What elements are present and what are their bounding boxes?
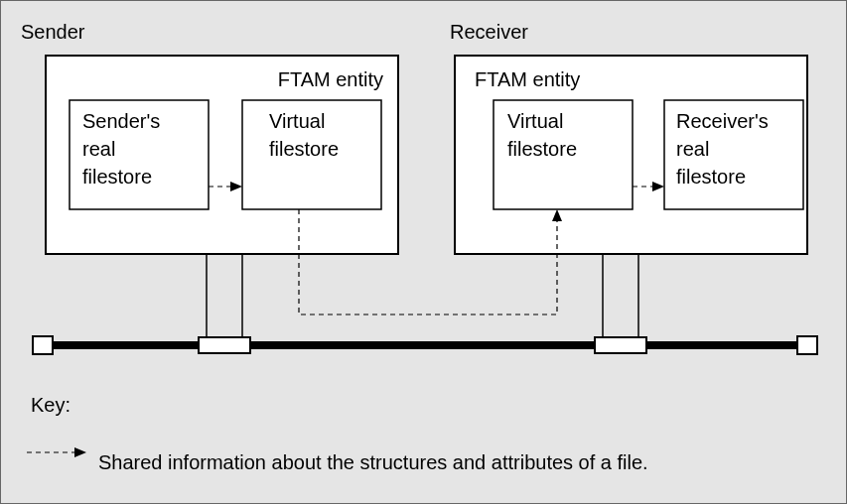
key-arrowhead-icon: [74, 447, 86, 457]
receiver-real-filestore-l1: Receiver's: [676, 110, 769, 132]
bus-terminator-right: [797, 336, 817, 354]
sender-virtual-filestore-l1: Virtual: [269, 110, 325, 132]
sender-virtual-filestore-l2: filestore: [269, 138, 339, 160]
receiver-virtual-filestore-l2: filestore: [507, 138, 577, 160]
sender-entity-label: FTAM entity: [278, 68, 383, 90]
bus-terminator-left: [33, 336, 53, 354]
bus-connector-receiver: [595, 337, 646, 353]
key-arrow-description: Shared information about the structures …: [98, 451, 648, 473]
sender-label: Sender: [21, 21, 85, 43]
network-bus-line: [33, 341, 817, 349]
receiver-virtual-filestore-l1: Virtual: [507, 110, 563, 132]
receiver-real-filestore-l3: filestore: [676, 166, 746, 188]
receiver-entity-label: FTAM entity: [475, 68, 580, 90]
sender-real-filestore-l3: filestore: [82, 166, 152, 188]
sender-real-filestore-l2: real: [82, 138, 115, 160]
key-heading: Key:: [31, 394, 71, 416]
receiver-label: Receiver: [450, 21, 528, 43]
bus-connector-sender: [199, 337, 250, 353]
receiver-real-filestore-l2: real: [676, 138, 709, 160]
sender-real-filestore-l1: Sender's: [82, 110, 160, 132]
